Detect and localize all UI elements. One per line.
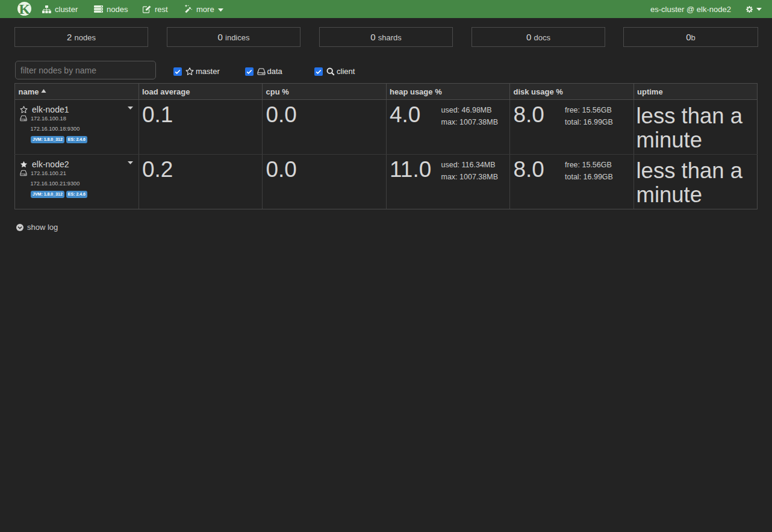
svg-text:K: K (19, 2, 30, 16)
